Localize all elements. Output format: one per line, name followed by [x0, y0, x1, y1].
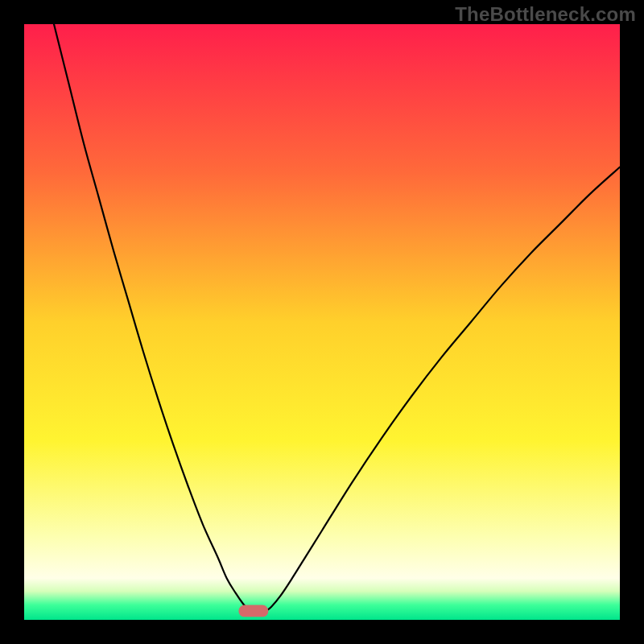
minimum-marker — [238, 605, 268, 617]
plot-area — [24, 24, 620, 620]
watermark-text: TheBottleneck.com — [455, 3, 636, 26]
chart-svg — [24, 24, 620, 620]
chart-frame: TheBottleneck.com — [0, 0, 644, 644]
marker-pill — [238, 605, 268, 617]
